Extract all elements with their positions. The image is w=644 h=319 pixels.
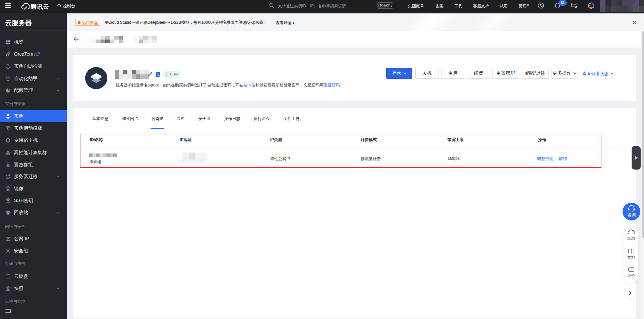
svg-text:IP: IP [7, 238, 9, 240]
